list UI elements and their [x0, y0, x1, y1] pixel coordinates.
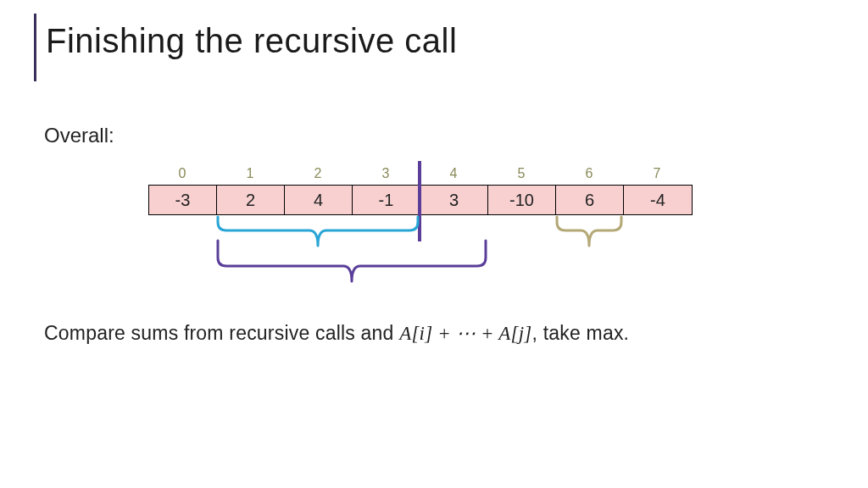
array-cell: -4	[624, 186, 692, 214]
array-index-label: 6	[555, 166, 623, 181]
array-cell: 6	[556, 186, 624, 214]
array-cell: 2	[217, 186, 285, 214]
array-cell: -10	[488, 186, 556, 214]
array-cell: -3	[149, 186, 217, 214]
array-index-label: 1	[216, 166, 284, 181]
slide: { "title": "Finishing the recursive call…	[0, 0, 868, 488]
desc-post: , take max.	[532, 322, 630, 344]
left-bracket	[218, 217, 418, 246]
description-text: Compare sums from recursive calls and A[…	[44, 322, 629, 345]
array-cell: -1	[353, 186, 420, 214]
slide-title: Finishing the recursive call	[46, 22, 457, 60]
cross-bracket	[218, 241, 486, 281]
array-cell: 3	[420, 186, 488, 214]
array-index-label: 0	[148, 166, 216, 181]
brackets-layer	[0, 0, 868, 488]
desc-math: A[i] + ⋯ + A[j]	[399, 323, 531, 344]
array-index-label: 4	[420, 166, 487, 181]
array-index-label: 2	[284, 166, 352, 181]
array-index-label: 7	[623, 166, 691, 181]
subtitle: Overall:	[44, 124, 114, 147]
right-bracket	[557, 217, 621, 246]
desc-pre: Compare sums from recursive calls and	[44, 322, 399, 344]
midpoint-divider	[418, 161, 421, 241]
array-index-label: 5	[487, 166, 555, 181]
array-index-label: 3	[352, 166, 420, 181]
title-accent-bar	[34, 14, 36, 81]
array-cell: 4	[285, 186, 353, 214]
